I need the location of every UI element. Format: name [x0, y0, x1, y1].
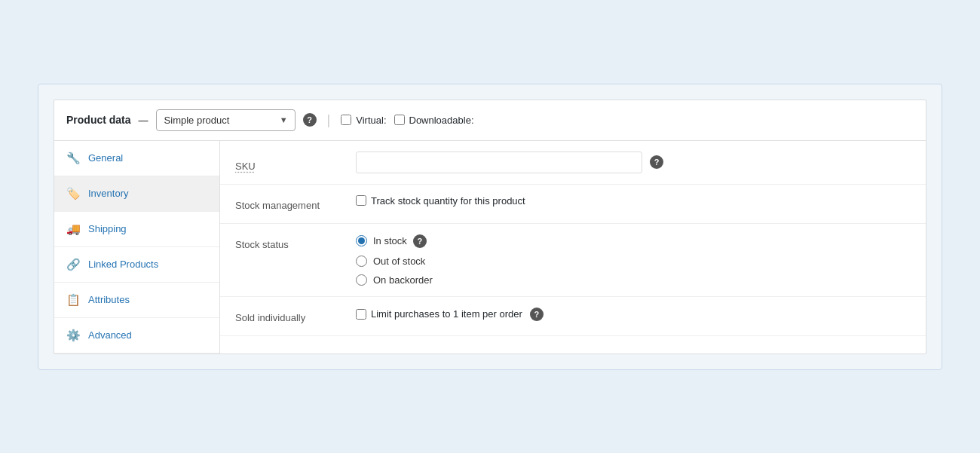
- title-dash: —: [139, 115, 149, 126]
- sold-individually-label: Sold individually: [235, 308, 305, 323]
- sku-field-content: ?: [356, 152, 911, 173]
- limit-purchases-checkbox[interactable]: [356, 309, 366, 320]
- stock-status-label: Stock status: [235, 234, 289, 250]
- divider: |: [327, 112, 331, 128]
- track-stock-checkbox[interactable]: [356, 195, 366, 206]
- downloadable-checkbox-label[interactable]: Downloadable:: [394, 115, 474, 126]
- sidebar-item-inventory[interactable]: 🏷️ Inventory: [54, 176, 219, 212]
- stock-management-row: Stock management Track stock quantity fo…: [220, 185, 926, 224]
- out-of-stock-radio[interactable]: [356, 256, 367, 267]
- downloadable-label: Downloadable:: [409, 115, 474, 126]
- sidebar-item-linked-products[interactable]: 🔗 Linked Products: [54, 247, 219, 283]
- sidebar-item-linked-products-label: Linked Products: [88, 259, 158, 270]
- stock-status-row: Stock status In stock ? Out of stock: [220, 224, 926, 297]
- wrench-icon: 🔧: [66, 152, 81, 165]
- on-backorder-option[interactable]: On backorder: [356, 274, 433, 286]
- sidebar: 🔧 General 🏷️ Inventory 🚚 Shipping 🔗 Link…: [54, 141, 220, 354]
- panel-body: 🔧 General 🏷️ Inventory 🚚 Shipping 🔗 Link…: [54, 141, 926, 354]
- sold-individually-help-icon[interactable]: ?: [530, 308, 544, 321]
- sold-individually-label-wrapper: Sold individually: [235, 308, 356, 323]
- in-stock-option[interactable]: In stock ?: [356, 234, 427, 248]
- panel-title: Product data: [66, 114, 131, 126]
- stock-management-field-content: Track stock quantity for this product: [356, 195, 911, 207]
- sku-label: SKU: [235, 156, 256, 173]
- link-icon: 🔗: [66, 258, 81, 271]
- downloadable-checkbox[interactable]: [394, 115, 405, 125]
- limit-purchases-checkbox-label[interactable]: Limit purchases to 1 item per order: [356, 308, 522, 320]
- sidebar-item-attributes[interactable]: 📋 Attributes: [54, 283, 219, 318]
- stock-management-label-wrapper: Stock management: [235, 195, 356, 211]
- stock-management-label: Stock management: [235, 195, 320, 211]
- outer-wrapper: Product data — Simple productVariable pr…: [38, 84, 942, 370]
- list-icon: 📋: [66, 293, 81, 307]
- sidebar-item-shipping-label: Shipping: [88, 223, 127, 234]
- sku-row: SKU ?: [220, 141, 926, 185]
- stock-status-field-content: In stock ? Out of stock On backorder: [356, 234, 911, 286]
- sku-help-icon[interactable]: ?: [650, 155, 663, 169]
- virtual-checkbox[interactable]: [341, 115, 351, 125]
- product-type-select[interactable]: Simple productVariable productGrouped pr…: [156, 109, 296, 131]
- track-stock-checkbox-label[interactable]: Track stock quantity for this product: [356, 195, 525, 207]
- out-of-stock-option[interactable]: Out of stock: [356, 256, 425, 267]
- sidebar-item-inventory-label: Inventory: [88, 188, 128, 199]
- product-type-help-icon[interactable]: ?: [303, 113, 317, 127]
- sold-individually-row: Sold individually Limit purchases to 1 i…: [220, 297, 926, 336]
- in-stock-radio[interactable]: [356, 235, 367, 246]
- on-backorder-radio[interactable]: [356, 274, 367, 286]
- sold-individually-field-content: Limit purchases to 1 item per order ?: [356, 308, 911, 321]
- sku-input[interactable]: [356, 152, 642, 173]
- gear-icon: ⚙️: [66, 329, 81, 342]
- out-of-stock-label: Out of stock: [373, 256, 425, 267]
- virtual-label: Virtual:: [356, 115, 386, 126]
- product-type-wrapper[interactable]: Simple productVariable productGrouped pr…: [156, 109, 296, 131]
- product-data-panel: Product data — Simple productVariable pr…: [54, 99, 926, 354]
- track-stock-label: Track stock quantity for this product: [371, 195, 525, 207]
- sidebar-item-shipping[interactable]: 🚚 Shipping: [54, 212, 219, 247]
- panel-header: Product data — Simple productVariable pr…: [54, 100, 926, 141]
- stock-status-help-icon[interactable]: ?: [413, 234, 427, 248]
- sidebar-item-general[interactable]: 🔧 General: [54, 141, 219, 176]
- in-stock-label: In stock: [373, 235, 407, 246]
- stock-status-label-wrapper: Stock status: [235, 234, 356, 250]
- sidebar-item-advanced-label: Advanced: [88, 329, 132, 341]
- sidebar-item-attributes-label: Attributes: [88, 294, 130, 305]
- sku-label-wrapper: SKU: [235, 152, 356, 173]
- sidebar-item-advanced[interactable]: ⚙️ Advanced: [54, 318, 219, 354]
- virtual-checkbox-label[interactable]: Virtual:: [341, 115, 386, 126]
- tag-icon: 🏷️: [66, 187, 81, 200]
- sidebar-item-general-label: General: [88, 152, 123, 164]
- truck-icon: 🚚: [66, 222, 81, 236]
- content-area: SKU ? Stock management Trac: [220, 141, 926, 354]
- on-backorder-label: On backorder: [373, 274, 433, 286]
- limit-purchases-label: Limit purchases to 1 item per order: [371, 308, 522, 320]
